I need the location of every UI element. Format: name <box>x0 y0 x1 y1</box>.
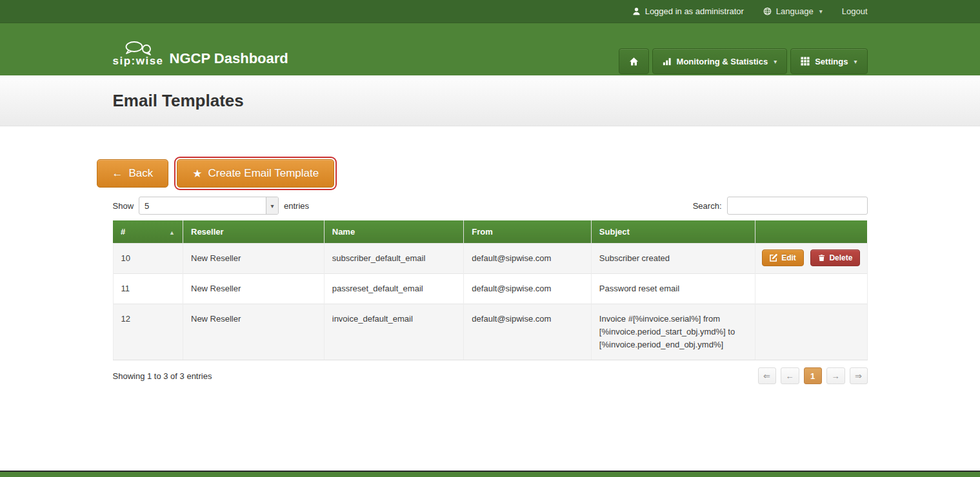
cell-subject: Invoice #[%invoice.serial%] from [%invoi… <box>591 304 755 360</box>
chevron-down-icon: ▾ <box>854 58 857 65</box>
cell-reseller: New Reseller <box>183 274 325 304</box>
page-size-select-wrap: 5 ▾ <box>139 197 279 215</box>
cell-actions <box>755 274 867 304</box>
home-icon <box>629 57 639 66</box>
table-footer: Showing 1 to 3 of 3 entries ⇐ ← 1 → ⇒ <box>113 367 868 384</box>
globe-icon <box>763 7 772 15</box>
pagination-prev-button[interactable]: ← <box>781 367 799 384</box>
pagination-page-1-button[interactable]: 1 <box>804 367 822 384</box>
page: Logged in as administrator Language ▾ Lo… <box>0 0 980 477</box>
cell-from: default@sipwise.com <box>464 304 591 360</box>
column-header-reseller[interactable]: Reseller <box>183 220 325 244</box>
settings-menu[interactable]: Settings ▾ <box>790 48 867 74</box>
pagination-next-button[interactable]: → <box>826 367 845 384</box>
product-title: NGCP Dashboard <box>170 52 288 66</box>
toolbar: ← Back ★ Create Email Template <box>97 159 868 188</box>
cell-subject: Password reset email <box>591 274 755 304</box>
home-button[interactable] <box>619 48 649 74</box>
cell-subject: Subscriber created <box>591 244 755 274</box>
column-header-actions <box>755 220 867 244</box>
column-header-name[interactable]: Name <box>324 220 464 244</box>
show-label: Show <box>113 201 134 211</box>
cell-from: default@sipwise.com <box>464 244 591 274</box>
sort-asc-icon: ▲ <box>169 229 175 236</box>
bar-chart-icon <box>663 57 672 66</box>
settings-label: Settings <box>815 57 848 66</box>
entries-summary: Showing 1 to 3 of 3 entries <box>113 371 212 381</box>
arrow-left-icon: ← <box>112 167 123 180</box>
sipwise-bubbles-icon: sip:wise <box>113 41 164 66</box>
trash-icon <box>818 254 825 262</box>
edit-button[interactable]: Edit <box>762 249 804 266</box>
cell-name: invoice_default_email <box>324 304 464 360</box>
edit-icon <box>770 254 777 262</box>
app-header: sip:wise NGCP Dashboard Monitoring & Sta… <box>0 23 980 75</box>
cell-from: default@sipwise.com <box>464 274 591 304</box>
cell-id: 12 <box>113 304 183 360</box>
delete-button[interactable]: Delete <box>810 249 860 266</box>
entries-label: entries <box>284 201 309 211</box>
delete-button-label: Delete <box>829 253 852 262</box>
footer-bar <box>0 471 980 477</box>
cell-actions <box>755 304 867 360</box>
star-icon: ★ <box>192 167 202 180</box>
content: ← Back ★ Create Email Template Show 5 ▾ … <box>113 126 868 384</box>
back-button[interactable]: ← Back <box>97 159 169 188</box>
logout-link[interactable]: Logout <box>842 6 868 16</box>
logged-in-text: Logged in as administrator <box>645 6 744 16</box>
table-row[interactable]: 11 New Reseller passreset_default_email … <box>113 274 867 304</box>
page-size-select[interactable]: 5 <box>139 197 279 215</box>
table-controls: Show 5 ▾ entries Search: <box>113 197 868 215</box>
language-menu[interactable]: Language ▾ <box>763 6 823 16</box>
language-label: Language <box>776 6 814 16</box>
column-header-subject[interactable]: Subject <box>591 220 755 244</box>
cell-reseller: New Reseller <box>183 304 325 360</box>
cell-name: subscriber_default_email <box>324 244 464 274</box>
edit-button-label: Edit <box>781 253 796 262</box>
pagination: ⇐ ← 1 → ⇒ <box>758 367 868 384</box>
cell-id: 11 <box>113 274 183 304</box>
create-button-label: Create Email Template <box>208 167 319 180</box>
search-input[interactable] <box>727 197 868 215</box>
table-row[interactable]: 12 New Reseller invoice_default_email de… <box>113 304 867 360</box>
page-title-bar: Email Templates <box>0 75 980 126</box>
brand-logo[interactable]: sip:wise NGCP Dashboard <box>113 23 288 75</box>
email-templates-table: # ▲ Reseller Name From Subject 10 New Re… <box>113 220 868 360</box>
create-email-template-button[interactable]: ★ Create Email Template <box>177 159 334 188</box>
column-header-id[interactable]: # ▲ <box>113 220 183 244</box>
user-icon <box>632 7 641 15</box>
column-id-label: # <box>121 227 125 237</box>
monitoring-statistics-label: Monitoring & Statistics <box>677 57 768 66</box>
back-button-label: Back <box>129 167 154 180</box>
pagination-first-button[interactable]: ⇐ <box>758 367 776 384</box>
main-nav: Monitoring & Statistics ▾ Settings ▾ <box>619 23 868 75</box>
logged-in-status: Logged in as administrator <box>632 6 744 16</box>
brand-wordmark: sip:wise <box>113 57 164 66</box>
table-row[interactable]: 10 New Reseller subscriber_default_email… <box>113 244 867 274</box>
grid-icon <box>801 57 810 66</box>
chevron-down-icon: ▾ <box>819 8 823 15</box>
table-header-row: # ▲ Reseller Name From Subject <box>113 220 867 244</box>
pagination-last-button[interactable]: ⇒ <box>850 367 868 384</box>
cell-name: passreset_default_email <box>324 274 464 304</box>
column-header-from[interactable]: From <box>464 220 591 244</box>
chevron-down-icon: ▾ <box>774 58 777 65</box>
cell-reseller: New Reseller <box>183 244 325 274</box>
page-title: Email Templates <box>113 91 868 111</box>
monitoring-statistics-menu[interactable]: Monitoring & Statistics ▾ <box>652 48 788 74</box>
search-label: Search: <box>693 201 722 211</box>
cell-actions: Edit Delete <box>755 244 867 274</box>
topbar: Logged in as administrator Language ▾ Lo… <box>0 0 980 23</box>
cell-id: 10 <box>113 244 183 274</box>
